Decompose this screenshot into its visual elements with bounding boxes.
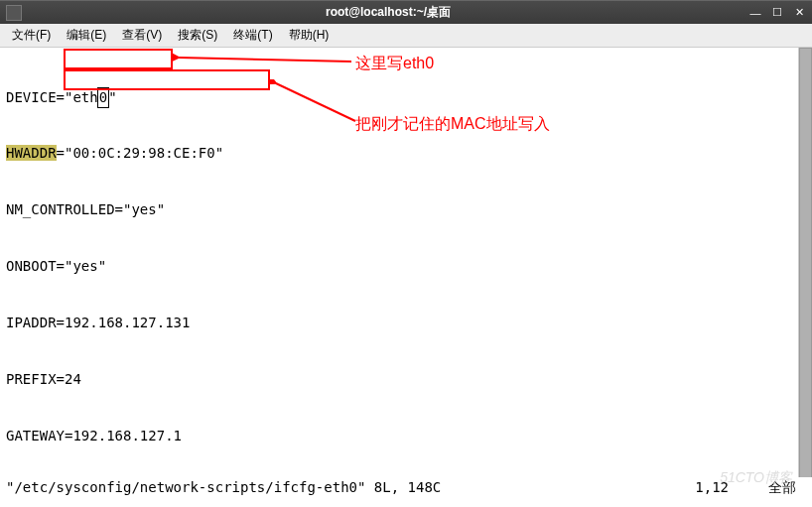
window-title: root@localhost:~/桌面 xyxy=(28,4,748,21)
vertical-scrollbar[interactable] xyxy=(798,48,812,484)
config-line-onboot: ONBOOT="yes" xyxy=(6,257,806,276)
status-file-info: "/etc/sysconfig/network-scripts/ifcfg-et… xyxy=(6,479,441,497)
config-line-hwaddr: HWADDR="00:0C:29:98:CE:F0" xyxy=(6,144,806,163)
menu-bar: 文件(F) 编辑(E) 查看(V) 搜索(S) 终端(T) 帮助(H) xyxy=(0,24,812,48)
config-line-ipaddr: IPADDR=192.168.127.131 xyxy=(6,314,806,332)
menu-terminal[interactable]: 终端(T) xyxy=(225,25,280,46)
status-scroll-percent: 全部 xyxy=(768,479,796,497)
config-line-device: DEVICE="eth0" xyxy=(6,87,806,106)
config-line-gateway: GATEWAY=192.168.127.1 xyxy=(6,427,806,445)
status-cursor-position: 1,12 xyxy=(695,479,729,497)
hwaddr-highlight: HWADDR xyxy=(6,145,57,161)
menu-file[interactable]: 文件(F) xyxy=(4,25,59,46)
config-line-nmcontrolled: NM_CONTROLLED="yes" xyxy=(6,200,806,219)
scrollbar-thumb[interactable] xyxy=(799,48,812,484)
close-button[interactable]: ✕ xyxy=(792,6,806,20)
menu-help[interactable]: 帮助(H) xyxy=(281,25,338,46)
menu-view[interactable]: 查看(V) xyxy=(114,25,170,46)
menu-edit[interactable]: 编辑(E) xyxy=(59,25,114,46)
app-icon xyxy=(6,5,22,21)
window-titlebar: root@localhost:~/桌面 — ☐ ✕ xyxy=(0,0,812,24)
maximize-button[interactable]: ☐ xyxy=(770,6,784,20)
terminal-editor[interactable]: DEVICE="eth0" HWADDR="00:0C:29:98:CE:F0"… xyxy=(0,48,812,482)
minimize-button[interactable]: — xyxy=(748,6,762,20)
window-controls: — ☐ ✕ xyxy=(748,6,806,20)
config-line-prefix: PREFIX=24 xyxy=(6,370,806,389)
menu-search[interactable]: 搜索(S) xyxy=(170,25,225,46)
vim-statusbar: "/etc/sysconfig/network-scripts/ifcfg-et… xyxy=(0,477,812,499)
